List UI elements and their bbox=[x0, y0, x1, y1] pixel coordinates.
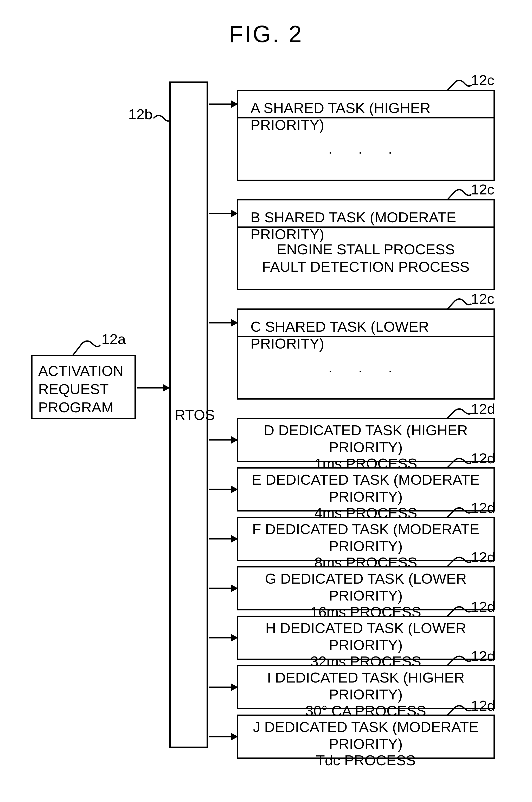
task-b-box: B SHARED TASK (MODERATE PRIORITY) ENGINE… bbox=[237, 199, 495, 290]
task-a-box: A SHARED TASK (HIGHER PRIORITY) . . . bbox=[237, 90, 495, 181]
task-d-box: D DEDICATED TASK (HIGHER PRIORITY) 1ms P… bbox=[237, 418, 495, 462]
svg-marker-31 bbox=[231, 684, 238, 691]
task-a-body: . . . bbox=[328, 140, 403, 157]
ref-12b-label: 12b bbox=[128, 106, 152, 123]
arrow-rtos-to-d bbox=[209, 435, 239, 445]
task-j-title: J DEDICATED TASK (MODERATE PRIORITY) bbox=[238, 716, 494, 752]
ref-12c-leader-b bbox=[453, 189, 473, 202]
arrow-rtos-to-g bbox=[209, 583, 239, 594]
ref-12a-leader bbox=[81, 341, 101, 357]
activation-line1: ACTIVATION bbox=[38, 362, 130, 380]
rtos-box: RTOS bbox=[169, 81, 208, 748]
svg-line-4 bbox=[448, 83, 454, 90]
task-c-box: C SHARED TASK (LOWER PRIORITY) . . . bbox=[237, 309, 495, 399]
rtos-label: RTOS bbox=[175, 406, 215, 423]
ref-12d-label-j: 12d bbox=[471, 697, 495, 714]
activation-request-program-box: ACTIVATION REQUEST PROGRAM bbox=[31, 355, 136, 419]
task-f-box: F DEDICATED TASK (MODERATE PRIORITY) 8ms… bbox=[237, 517, 495, 561]
task-f-title: F DEDICATED TASK (MODERATE PRIORITY) bbox=[238, 518, 494, 555]
task-g-title: G DEDICATED TASK (LOWER PRIORITY) bbox=[238, 567, 494, 604]
svg-marker-29 bbox=[231, 634, 238, 641]
figure-title: FIG. 2 bbox=[0, 21, 532, 48]
ref-12d-leader-d bbox=[453, 408, 473, 420]
arrow-rtos-to-j bbox=[209, 731, 239, 742]
svg-marker-15 bbox=[231, 100, 238, 108]
svg-line-6 bbox=[448, 302, 454, 309]
arrow-activation-to-rtos bbox=[137, 383, 171, 393]
task-j-box: J DEDICATED TASK (MODERATE PRIORITY) Tdc… bbox=[237, 714, 495, 759]
ref-12d-label-e: 12d bbox=[471, 450, 495, 467]
task-c-body: . . . bbox=[328, 358, 403, 376]
ref-12d-leader-e bbox=[453, 458, 473, 469]
ref-12c-label-c: 12c bbox=[471, 290, 494, 307]
svg-marker-33 bbox=[231, 733, 238, 740]
ref-12c-label-b: 12c bbox=[471, 181, 494, 198]
ref-12c-label-a: 12c bbox=[471, 72, 494, 89]
ref-12c-leader-c bbox=[453, 298, 473, 311]
activation-line2: REQUEST bbox=[38, 380, 130, 398]
ref-12d-leader-h bbox=[453, 606, 473, 618]
task-i-box: I DEDICATED TASK (HIGHER PRIORITY) 30° C… bbox=[237, 665, 495, 709]
svg-marker-27 bbox=[231, 585, 238, 592]
task-e-title: E DEDICATED TASK (MODERATE PRIORITY) bbox=[238, 469, 494, 505]
svg-marker-17 bbox=[231, 210, 238, 217]
ref-12d-leader-g bbox=[453, 557, 473, 568]
svg-marker-25 bbox=[231, 535, 238, 542]
ref-12d-label-f: 12d bbox=[471, 499, 495, 516]
ref-12b-leader bbox=[152, 114, 176, 128]
svg-line-5 bbox=[448, 193, 454, 200]
task-h-box: H DEDICATED TASK (LOWER PRIORITY) 32ms P… bbox=[237, 616, 495, 660]
arrow-rtos-to-c bbox=[209, 318, 239, 328]
task-h-title: H DEDICATED TASK (LOWER PRIORITY) bbox=[238, 617, 494, 653]
activation-line3: PROGRAM bbox=[38, 398, 130, 416]
arrow-rtos-to-e bbox=[209, 484, 239, 495]
svg-line-7 bbox=[448, 412, 454, 418]
task-b-body-2: FAULT DETECTION PROCESS bbox=[262, 258, 470, 275]
ref-12d-leader-f bbox=[453, 507, 473, 519]
arrow-rtos-to-f bbox=[209, 534, 239, 544]
task-d-title: D DEDICATED TASK (HIGHER PRIORITY) bbox=[238, 419, 494, 455]
ref-12d-label-d: 12d bbox=[471, 400, 495, 417]
ref-12d-label-g: 12d bbox=[471, 549, 495, 566]
task-e-box: E DEDICATED TASK (MODERATE PRIORITY) 4ms… bbox=[237, 467, 495, 511]
ref-12a-label: 12a bbox=[101, 331, 126, 348]
svg-line-0 bbox=[73, 343, 82, 355]
task-j-subtitle: Tdc PROCESS bbox=[238, 752, 494, 769]
svg-marker-2 bbox=[163, 384, 170, 392]
svg-marker-19 bbox=[231, 319, 238, 327]
ref-12d-label-h: 12d bbox=[471, 598, 495, 615]
svg-marker-21 bbox=[231, 436, 238, 444]
svg-marker-23 bbox=[231, 486, 238, 493]
ref-12c-leader-a bbox=[453, 79, 473, 92]
ref-12d-label-i: 12d bbox=[471, 648, 495, 665]
task-b-body-1: ENGINE STALL PROCESS bbox=[277, 241, 455, 258]
task-g-box: G DEDICATED TASK (LOWER PRIORITY) 16ms P… bbox=[237, 566, 495, 611]
task-i-title: I DEDICATED TASK (HIGHER PRIORITY) bbox=[238, 666, 494, 703]
ref-12d-leader-j bbox=[453, 705, 473, 716]
arrow-rtos-to-h bbox=[209, 633, 239, 643]
arrow-rtos-to-b bbox=[209, 208, 239, 219]
arrow-rtos-to-a bbox=[209, 99, 239, 109]
arrow-rtos-to-i bbox=[209, 682, 239, 692]
ref-12d-leader-i bbox=[453, 655, 473, 667]
